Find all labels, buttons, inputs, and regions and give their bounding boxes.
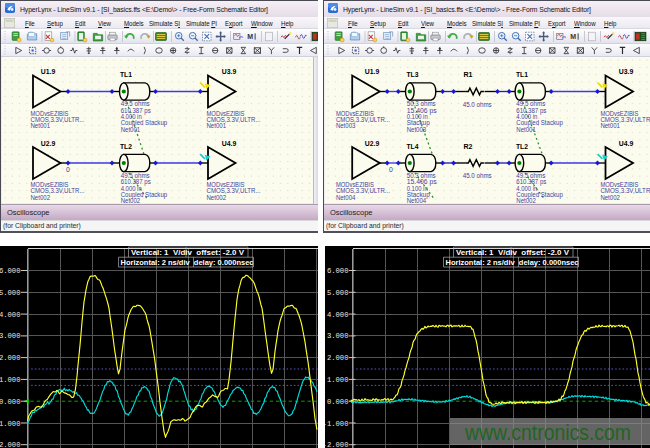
- svg-text:-1.000: -1.000: [0, 420, 21, 428]
- svg-text:Vertical: 1 V/div offset: -2: Vertical: 1 V/div offset: -2.0 V: [131, 249, 244, 256]
- svg-text:45.0 ohms: 45.0 ohms: [463, 172, 493, 179]
- svg-text:TL1: TL1: [120, 70, 132, 79]
- svg-text:5.000: 5.000: [327, 289, 349, 297]
- svg-text:Vertical: 1 V/div offset: -2: Vertical: 1 V/div offset: -2.0 V: [456, 249, 569, 256]
- svg-text:3.000: 3.000: [327, 332, 349, 340]
- svg-text:Horizontal: 2 ns/div delay: 0: Horizontal: 2 ns/div delay: 0.000nsec: [446, 259, 579, 267]
- svg-text:0.000: 0.000: [0, 398, 21, 406]
- svg-text:U3.9: U3.9: [222, 67, 237, 76]
- svg-text:0.000: 0.000: [327, 398, 349, 406]
- svg-text:U1.9: U1.9: [41, 67, 56, 76]
- svg-text:Net004: Net004: [407, 197, 427, 203]
- svg-text:R1: R1: [464, 70, 473, 79]
- svg-text:Net002: Net002: [31, 194, 51, 201]
- svg-text:-2.000: -2.000: [0, 441, 21, 448]
- svg-text:U2.9: U2.9: [365, 139, 380, 148]
- svg-text:TL4: TL4: [407, 142, 419, 151]
- svg-text:Net001: Net001: [207, 122, 227, 129]
- svg-text:Net001: Net001: [516, 126, 536, 133]
- svg-text:U4.9: U4.9: [222, 139, 237, 148]
- svg-text:U3.9: U3.9: [619, 67, 634, 76]
- svg-text:Net002: Net002: [516, 197, 536, 203]
- svg-text:45.0 ohms: 45.0 ohms: [463, 101, 493, 108]
- svg-text:www.cntronics.com: www.cntronics.com: [464, 421, 631, 445]
- svg-text:Net004: Net004: [336, 194, 356, 201]
- svg-text:2.000: 2.000: [327, 354, 349, 362]
- svg-text:Net001: Net001: [600, 122, 620, 129]
- svg-text:3.000: 3.000: [0, 332, 21, 340]
- svg-text:-2.000: -2.000: [325, 441, 349, 448]
- svg-text:-1.000: -1.000: [325, 420, 349, 428]
- svg-text:Net002: Net002: [121, 197, 141, 203]
- svg-text:6.000: 6.000: [0, 267, 21, 275]
- svg-text:Net001: Net001: [121, 126, 141, 133]
- svg-text:U1.9: U1.9: [365, 67, 380, 76]
- svg-text:1.000: 1.000: [0, 376, 21, 384]
- svg-text:5.000: 5.000: [0, 289, 21, 297]
- svg-text:Net001: Net001: [31, 122, 51, 129]
- svg-text:U2.9: U2.9: [41, 139, 56, 148]
- svg-text:Net003: Net003: [407, 126, 427, 133]
- svg-text:TL3: TL3: [407, 70, 419, 79]
- svg-text:Net002: Net002: [600, 194, 620, 201]
- svg-text:U4.9: U4.9: [619, 139, 634, 148]
- svg-text:Net003: Net003: [336, 122, 356, 129]
- svg-text:0: 0: [66, 166, 70, 173]
- svg-text:TL2: TL2: [120, 142, 132, 151]
- svg-text:1.000: 1.000: [327, 376, 349, 384]
- svg-text:4.000: 4.000: [327, 311, 349, 319]
- svg-text:4.000: 4.000: [0, 311, 21, 319]
- svg-text:TL2: TL2: [516, 142, 528, 151]
- svg-text:TL1: TL1: [516, 70, 528, 79]
- svg-text:R2: R2: [464, 142, 473, 151]
- svg-text:Horizontal: 2 ns/div delay: 0: Horizontal: 2 ns/div delay: 0.000nsec: [121, 259, 254, 267]
- svg-text:Net002: Net002: [207, 194, 227, 201]
- svg-text:0: 0: [389, 166, 393, 173]
- svg-text:6.000: 6.000: [327, 267, 349, 275]
- svg-text:2.000: 2.000: [0, 354, 21, 362]
